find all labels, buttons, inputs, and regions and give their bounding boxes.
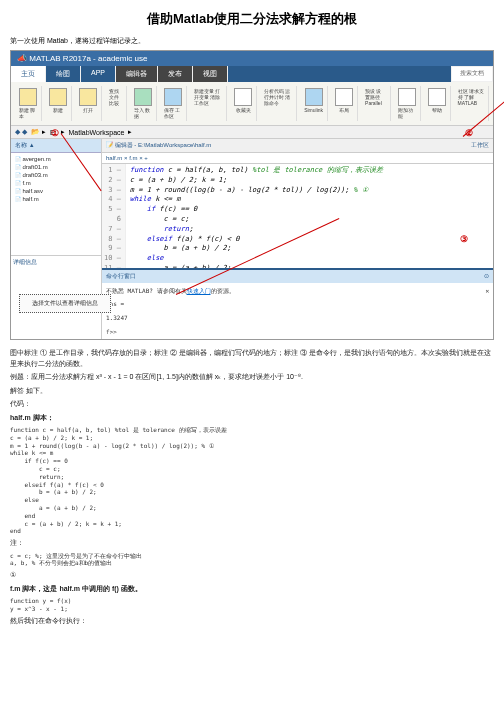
search-box[interactable]: 搜索文档 — [452, 67, 492, 81]
file-item[interactable]: half.m — [13, 195, 99, 203]
btn-layout[interactable]: 布局 — [331, 86, 358, 121]
titlebar: 📣 MATLAB R2017a - academic use — [11, 51, 493, 66]
ribbon-tabs: 主页 绘图 APP 编辑器 发布 视图 搜索文档 — [11, 66, 493, 82]
code-text[interactable]: function c = half(a, b, tol) %tol 是 tole… — [126, 164, 387, 268]
line-gutter: 1 —2 —3 —4 —5 —67 —8 —9 —10 —11 —12 —13 … — [102, 164, 126, 268]
toolbar: 新建 脚本 新建 打开 查找文件 比较 导入 数据 保存 工作区 新建变量 打开… — [11, 82, 493, 126]
para: 代码： — [10, 399, 494, 410]
para: 解答 如下。 — [10, 386, 494, 397]
para: 然后我们在命令行执行： — [10, 616, 494, 627]
btn-vars[interactable]: 新建变量 打开变量 清除工作区 — [190, 86, 227, 121]
file-item[interactable]: avergen.m — [13, 155, 99, 163]
editor-pane: 📝 编辑器 - E:\MatlabWorkspace\half.m工作区 hal… — [102, 139, 493, 339]
btn-find[interactable]: 查找文件 比较 — [105, 86, 127, 121]
path-bar[interactable]: ◆ ◆ 📂 ▸ E: ▸ MatlabWorkspace ▸ — [11, 126, 493, 139]
file-item[interactable]: half.asv — [13, 187, 99, 195]
tab-app[interactable]: APP — [81, 66, 115, 82]
btn-help[interactable]: 帮助 — [424, 86, 451, 121]
cmd-body[interactable]: 不熟悉 MATLAB? 请参阅有关快速入门的资源。✕ ans = 1.3247f… — [102, 283, 493, 339]
code-block-f: function y = f(x) y = x^3 - x - 1; — [10, 597, 494, 613]
filelist-header[interactable]: 名称 ▲ — [11, 139, 101, 153]
para: 例题：应用二分法求解方程 x³ - x - 1 = 0 在区间[1, 1.5]内… — [10, 372, 494, 383]
note-block: c = c; %; 这里没分号是为了不在命令行中输出 a, b, % 不分号则会… — [10, 552, 494, 568]
para: half.m 脚本： — [10, 413, 494, 424]
para: ① — [10, 570, 494, 581]
btn-save-ws[interactable]: 保存 工作区 — [160, 86, 187, 121]
btn-simulink[interactable]: Simulink — [300, 86, 328, 121]
tab-editor[interactable]: 编辑器 — [116, 66, 157, 82]
btn-analyze[interactable]: 分析代码 运行并计时 清除命令 — [260, 86, 297, 121]
btn-new[interactable]: 新建 — [45, 86, 72, 121]
tab-publish[interactable]: 发布 — [158, 66, 192, 82]
btn-new-script[interactable]: 新建 脚本 — [15, 86, 42, 121]
subtitle: 第一次使用 Matlab，遂将过程详细记录之。 — [10, 36, 494, 46]
mark-1: ① — [51, 128, 59, 138]
btn-fav[interactable]: 收藏夹 — [230, 86, 257, 121]
detail-message: 选择文件以查看详细信息 — [19, 294, 111, 313]
matlab-ide: 📣 MATLAB R2017a - academic use 主页 绘图 APP… — [10, 50, 494, 340]
cmd-header: 命令行窗口 — [106, 272, 136, 281]
page-title: 借助Matlab使用二分法求解方程的根 — [0, 10, 504, 28]
btn-prefs[interactable]: 预设 设置路径 Parallel — [361, 86, 390, 121]
mark-3: ③ — [460, 234, 468, 244]
btn-open[interactable]: 打开 — [75, 86, 102, 121]
btn-addons[interactable]: 附加功能 — [394, 86, 421, 121]
code-block-half: function c = half(a, b, tol) %tol 是 tole… — [10, 426, 494, 535]
btn-import[interactable]: 导入 数据 — [130, 86, 157, 121]
file-item[interactable]: f.m — [13, 179, 99, 187]
para: 图中标注 ① 是工作目录，我代码存放的目录；标注 ② 是编辑器，编程们写代码的地… — [10, 348, 494, 369]
para: f.m 脚本，这是 half.m 中调用的 f() 函数。 — [10, 584, 494, 595]
para: 注： — [10, 538, 494, 549]
detail-header: 详细信息 — [11, 255, 101, 269]
tab-home[interactable]: 主页 — [11, 66, 45, 82]
article-body: 图中标注 ① 是工作目录，我代码存放的目录；标注 ② 是编辑器，编程们写代码的地… — [10, 348, 494, 626]
tab-view[interactable]: 视图 — [193, 66, 227, 82]
code-area[interactable]: 1 —2 —3 —4 —5 —67 —8 —9 —10 —11 —12 —13 … — [102, 164, 493, 268]
tab-plot[interactable]: 绘图 — [46, 66, 80, 82]
editor-titlebar: 📝 编辑器 - E:\MatlabWorkspace\half.m工作区 — [102, 139, 493, 153]
file-tabs[interactable]: half.m × f.m × + — [102, 153, 493, 164]
file-item[interactable]: draft03.m — [13, 171, 99, 179]
btn-community[interactable]: 社区 请求支持 了解 MATLAB — [454, 86, 489, 121]
command-window: 命令行窗口⊙ 不熟悉 MATLAB? 请参阅有关快速入门的资源。✕ ans = … — [102, 268, 493, 339]
cmd-close-icon[interactable]: ⊙ — [484, 272, 489, 281]
